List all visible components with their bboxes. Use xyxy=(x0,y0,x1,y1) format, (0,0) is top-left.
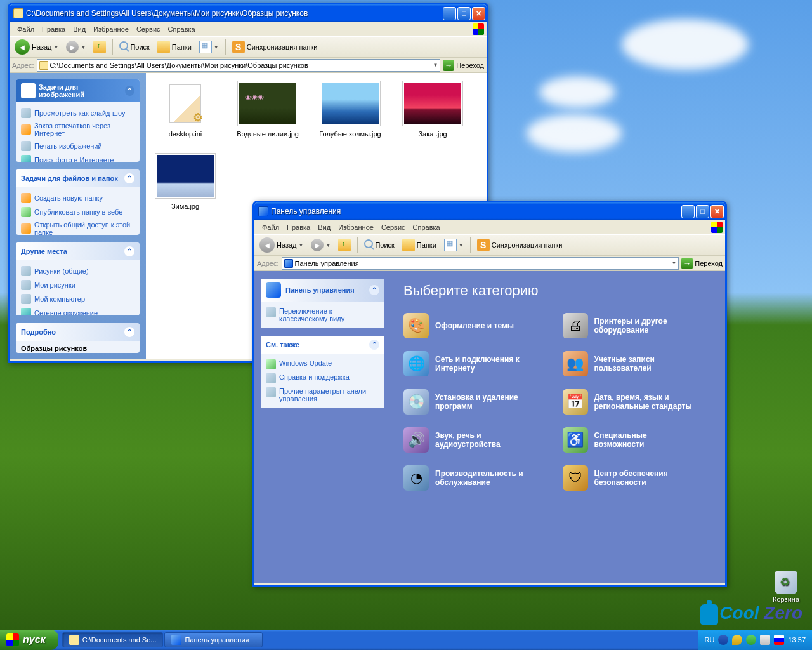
cat-network[interactable]: 🌐Сеть и подключения к Интернету xyxy=(403,351,554,376)
address-path: Панель управления xyxy=(295,260,359,267)
search-button[interactable]: Поиск xyxy=(117,41,152,53)
close-button[interactable]: ✕ xyxy=(710,205,724,218)
up-button[interactable] xyxy=(91,39,108,55)
close-button[interactable]: ✕ xyxy=(472,7,485,20)
views-button[interactable]: ▼ xyxy=(442,237,466,253)
taskbar-item-explorer[interactable]: C:\Documents and Se... xyxy=(62,632,164,647)
tray-shield-icon[interactable] xyxy=(732,635,742,645)
address-input[interactable]: Панель управления ▼ xyxy=(282,257,679,270)
task-search-photo[interactable]: Поиск фото в Интернете xyxy=(21,153,134,162)
cat-users[interactable]: 👥Учетные записи пользователей xyxy=(563,351,713,376)
cat-addremove[interactable]: 💿Установка и удаление программ xyxy=(403,389,554,415)
address-input[interactable]: C:\Documents and Settings\All Users\Доку… xyxy=(37,59,441,72)
recycle-bin[interactable]: Корзина xyxy=(773,571,799,603)
start-button[interactable]: пуск xyxy=(0,630,58,650)
link-other-cp[interactable]: Прочие параметры панели управления xyxy=(266,385,379,404)
collapse-icon[interactable]: ⌃ xyxy=(124,246,134,256)
menu-view[interactable]: Вид xyxy=(314,223,334,231)
place-network[interactable]: Сетевое окружение xyxy=(21,306,134,315)
forward-button[interactable]: ► ▼ xyxy=(63,39,88,55)
collapse-icon[interactable]: ⌃ xyxy=(369,340,379,350)
folders-button[interactable]: Папки xyxy=(400,237,439,253)
cat-sound[interactable]: 🔊Звук, речь и аудиоустройства xyxy=(403,427,554,453)
task-print[interactable]: Печать изображений xyxy=(21,139,134,153)
task-order-prints[interactable]: Заказ отпечатков через Интернет xyxy=(21,120,134,139)
sync-button[interactable]: S Синхронизация папки xyxy=(230,39,320,55)
cat-datetime[interactable]: 📅Дата, время, язык и региональные станда… xyxy=(563,389,713,415)
picture-tasks-header[interactable]: Задачи для изображений ⌃ xyxy=(16,79,140,102)
menu-file[interactable]: Файл xyxy=(258,223,283,231)
go-button[interactable]: → Переход xyxy=(681,258,723,269)
back-button[interactable]: ◄ Назад ▼ xyxy=(12,38,61,56)
maximize-button[interactable]: □ xyxy=(457,7,471,20)
task-slideshow[interactable]: Просмотреть как слайд-шоу xyxy=(21,106,134,120)
place-my-computer[interactable]: Мой компьютер xyxy=(21,292,134,306)
tray-icon[interactable] xyxy=(760,635,770,645)
collapse-icon[interactable]: ⌃ xyxy=(369,285,379,295)
cat-performance[interactable]: ◔Производительность и обслуживание xyxy=(403,465,554,491)
back-button[interactable]: ◄ Назад ▼ xyxy=(257,236,306,254)
see-also-header[interactable]: См. также ⌃ xyxy=(261,336,384,354)
file-sunset[interactable]: Закат.jpg xyxy=(401,81,464,138)
menu-file[interactable]: Файл xyxy=(13,25,38,33)
minimize-button[interactable]: _ xyxy=(443,7,456,20)
other-places-header[interactable]: Другие места ⌃ xyxy=(16,242,140,260)
menu-tools[interactable]: Сервис xyxy=(133,25,164,33)
collapse-icon[interactable]: ⌃ xyxy=(124,173,134,183)
place-shared-pictures[interactable]: Рисунки (общие) xyxy=(21,264,134,278)
go-button[interactable]: → Переход xyxy=(443,60,484,71)
menu-edit[interactable]: Правка xyxy=(38,25,69,33)
menu-fav[interactable]: Избранное xyxy=(89,25,133,33)
tray-icon[interactable] xyxy=(746,635,756,645)
cat-printers[interactable]: 🖨Принтеры и другое оборудование xyxy=(563,313,713,338)
search-button[interactable]: Поиск xyxy=(362,239,396,251)
file-water-lilies[interactable]: Водяные лилии.jpg xyxy=(236,81,299,138)
menu-help[interactable]: Справка xyxy=(164,25,199,33)
menu-fav[interactable]: Избранное xyxy=(334,223,377,231)
place-my-pictures[interactable]: Мои рисунки xyxy=(21,278,134,292)
tray-flag-icon[interactable] xyxy=(774,635,784,645)
details-header[interactable]: Подробно ⌃ xyxy=(16,323,140,341)
cp-main-header[interactable]: Панель управления ⌃ xyxy=(261,279,384,302)
link-help[interactable]: Справка и поддержка xyxy=(266,371,379,385)
chevron-down-icon[interactable]: ▼ xyxy=(671,260,676,266)
up-button[interactable] xyxy=(336,237,353,253)
menu-edit[interactable]: Правка xyxy=(283,223,314,231)
file-blue-hills[interactable]: Голубые холмы.jpg xyxy=(318,81,382,138)
chevron-down-icon[interactable]: ▼ xyxy=(459,242,464,248)
folders-button[interactable]: Папки xyxy=(155,39,194,55)
forward-button[interactable]: ► ▼ xyxy=(308,237,333,253)
sync-button[interactable]: S Синхронизация папки xyxy=(475,237,565,253)
task-publish[interactable]: Опубликовать папку в вебе xyxy=(21,205,134,219)
chevron-down-icon[interactable]: ▼ xyxy=(325,242,331,248)
chevron-down-icon[interactable]: ▼ xyxy=(433,62,438,68)
menu-tools[interactable]: Сервис xyxy=(377,223,409,231)
controlpanel-titlebar[interactable]: Панель управления _ □ ✕ xyxy=(254,202,725,220)
clock[interactable]: 13:57 xyxy=(788,636,806,644)
collapse-icon[interactable]: ⌃ xyxy=(125,86,134,96)
language-indicator[interactable]: RU xyxy=(705,636,715,644)
cat-accessibility[interactable]: ♿Специальные возможности xyxy=(563,427,713,453)
task-new-folder[interactable]: Создать новую папку xyxy=(21,191,134,205)
chevron-down-icon[interactable]: ▼ xyxy=(81,44,86,50)
chevron-down-icon[interactable]: ▼ xyxy=(214,44,219,50)
collapse-icon[interactable]: ⌃ xyxy=(124,327,134,337)
file-winter[interactable]: Зима.jpg xyxy=(154,153,217,210)
menu-view[interactable]: Вид xyxy=(69,25,89,33)
file-tasks-header[interactable]: Задачи для файлов и папок ⌃ xyxy=(16,169,140,187)
maximize-button[interactable]: □ xyxy=(696,205,709,218)
explorer-titlebar[interactable]: C:\Documents and Settings\All Users\Доку… xyxy=(10,4,487,22)
tray-icon[interactable] xyxy=(718,635,728,645)
views-button[interactable]: ▼ xyxy=(197,39,221,55)
menu-help[interactable]: Справка xyxy=(409,223,444,231)
chevron-down-icon[interactable]: ▼ xyxy=(54,44,59,50)
chevron-down-icon[interactable]: ▼ xyxy=(299,242,304,248)
minimize-button[interactable]: _ xyxy=(681,205,695,218)
task-share[interactable]: Открыть общий доступ к этой папке xyxy=(21,219,134,235)
link-windows-update[interactable]: Windows Update xyxy=(266,357,379,371)
file-desktop-ini[interactable]: desktop.ini xyxy=(154,81,217,138)
switch-classic-link[interactable]: Переключение к классическому виду xyxy=(266,305,379,324)
cat-security[interactable]: 🛡Центр обеспечения безопасности xyxy=(563,465,713,491)
cat-appearance[interactable]: 🎨Оформление и темы xyxy=(403,313,554,338)
taskbar-item-controlpanel[interactable]: Панель управления xyxy=(164,632,263,647)
